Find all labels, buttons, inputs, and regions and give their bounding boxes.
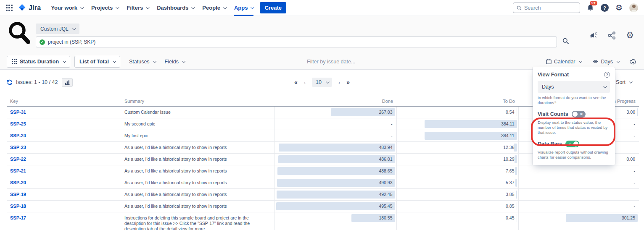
nav-item-apps[interactable]: Apps	[230, 0, 258, 16]
duration-value: 180.55	[379, 214, 392, 222]
inprogress-cell: -	[518, 165, 639, 177]
inprogress-cell: -	[518, 177, 639, 189]
todo-cell: 5.37	[396, 177, 518, 189]
nav-item-your-work[interactable]: Your work	[47, 0, 87, 16]
fields-button[interactable]: Fields	[160, 59, 189, 65]
report-settings-gear-icon[interactable]: ⚙	[626, 31, 634, 40]
help-button[interactable]: ?	[601, 4, 609, 12]
duration-value: 488.65	[379, 167, 392, 175]
view-format-button[interactable]: Days	[592, 59, 619, 65]
issue-key-link[interactable]: SSP-25	[10, 121, 26, 126]
jql-input[interactable]: ✓ project in (SSP, SKP)	[36, 37, 557, 47]
first-page-button[interactable]: «	[294, 79, 298, 86]
issue-key-link[interactable]: SSP-22	[10, 157, 26, 162]
cross-icon: ✕	[580, 111, 583, 117]
visit-counts-toggle[interactable]: ✕	[572, 111, 586, 118]
search-icon	[562, 38, 569, 44]
refresh-button[interactable]	[7, 79, 13, 85]
chevron-down-icon	[579, 59, 582, 63]
chevron-down-icon	[146, 5, 149, 9]
duration-value: 7.65	[506, 167, 514, 175]
jql-mode-button[interactable]: Custom JQL	[36, 24, 79, 34]
issue-key-link[interactable]: SSP-31	[10, 110, 26, 115]
jql-search-button[interactable]	[562, 38, 569, 44]
chart-view-button[interactable]	[62, 78, 73, 87]
issue-summary: My second epic	[121, 118, 274, 130]
share-icon[interactable]	[608, 31, 616, 39]
next-page-button[interactable]: ›	[338, 79, 340, 86]
issue-key-link[interactable]: SSP-18	[10, 204, 26, 209]
create-button[interactable]: Create	[260, 2, 286, 13]
help-icon[interactable]: ?	[604, 72, 610, 78]
data-bars-toggle[interactable]: ✓	[565, 141, 579, 147]
column-header-summary[interactable]: Summary	[121, 97, 274, 106]
view-type-button[interactable]: List of Total	[74, 56, 120, 68]
top-navigation-bar: Jira Your work Projects Filters Dashboar…	[0, 0, 644, 16]
eye-icon	[592, 59, 599, 64]
user-avatar[interactable]	[629, 3, 638, 12]
inprogress-cell: -	[518, 201, 639, 212]
jira-logo[interactable]: Jira	[18, 3, 41, 12]
nav-item-projects[interactable]: Projects	[87, 0, 122, 16]
calendar-button[interactable]: Calendar	[546, 59, 581, 65]
page-size-select[interactable]: 10	[312, 78, 332, 87]
issue-summary: As a user, I'd like a historical story t…	[121, 142, 274, 154]
cloud-refresh-button[interactable]	[630, 58, 636, 65]
jira-mark-icon	[18, 3, 26, 12]
data-bars-label: Data Bars	[538, 141, 562, 147]
issues-count-label: Issues: 1 - 10 / 42	[16, 79, 58, 85]
chevron-down-icon	[116, 5, 119, 9]
issue-key-link[interactable]: SSP-21	[10, 168, 26, 173]
announcement-megaphone-icon[interactable]	[589, 32, 598, 39]
chevron-down-icon	[192, 5, 195, 9]
date-filter-input[interactable]: Filter by issue date...	[307, 59, 355, 65]
data-bar	[515, 167, 517, 175]
todo-cell: 0.54	[396, 106, 518, 118]
duration-value: -	[634, 191, 636, 199]
last-page-button[interactable]: »	[346, 79, 350, 86]
duration-value: 483.94	[379, 144, 392, 152]
issue-key-link[interactable]: SSP-19	[10, 192, 26, 197]
todo-cell: 384.11	[396, 118, 518, 130]
sort-button[interactable]: Sort	[616, 79, 631, 85]
done-cell: 486.01	[274, 154, 396, 165]
question-mark-icon: ?	[603, 5, 606, 10]
table-row: SSP-18 As a user, I'd like a historical …	[7, 201, 639, 212]
duration-value: 301.25	[622, 214, 635, 222]
issue-key-link[interactable]: SSP-24	[10, 133, 26, 138]
jira-logo-text: Jira	[29, 4, 41, 12]
settings-gear-icon[interactable]: ⚙	[615, 4, 623, 12]
data-bar	[515, 179, 517, 187]
data-bar	[637, 108, 638, 116]
duration-value: -	[634, 132, 636, 140]
issue-key-link[interactable]: SSP-17	[10, 215, 26, 220]
nav-item-dashboards[interactable]: Dashboards	[153, 0, 198, 16]
issue-key-link[interactable]: SSP-20	[10, 180, 26, 185]
nav-item-filters[interactable]: Filters	[122, 0, 153, 16]
issue-summary: Custom Calendar Issue	[121, 106, 274, 118]
column-header-done[interactable]: Done	[274, 97, 396, 106]
app-switcher-icon[interactable]	[6, 5, 13, 11]
issue-summary: As a user, I'd like a historical story t…	[121, 189, 274, 201]
app-logo-magnifier-icon	[7, 20, 34, 48]
todo-cell: 3.85	[396, 189, 518, 201]
jql-text: project in (SSP, SKP)	[48, 39, 95, 45]
view-format-select[interactable]: Days	[538, 81, 610, 93]
data-bar	[277, 179, 395, 187]
prev-page-button[interactable]: ‹	[304, 79, 306, 86]
global-search-input[interactable]: Search	[513, 3, 580, 13]
issue-key-link[interactable]: SSP-23	[10, 145, 26, 150]
duration-value: 267.03	[379, 108, 392, 116]
duration-value: 384.11	[501, 132, 514, 140]
notifications-button[interactable]: 9+	[587, 4, 594, 12]
calendar-icon	[546, 59, 552, 64]
todo-cell: 0.85	[396, 201, 518, 212]
duration-value: 384.11	[501, 120, 514, 128]
nav-item-people[interactable]: People	[198, 0, 230, 16]
inprogress-cell: 301.25	[518, 212, 639, 230]
column-header-todo[interactable]: To Do	[396, 97, 518, 106]
column-header-key[interactable]: Key	[7, 97, 121, 106]
query-section: Custom JQL ✓ project in (SSP, SKP) ⚙ Sta…	[0, 16, 644, 70]
report-type-button[interactable]: Status Duration	[7, 56, 70, 68]
statuses-button[interactable]: Statuses	[124, 59, 160, 65]
